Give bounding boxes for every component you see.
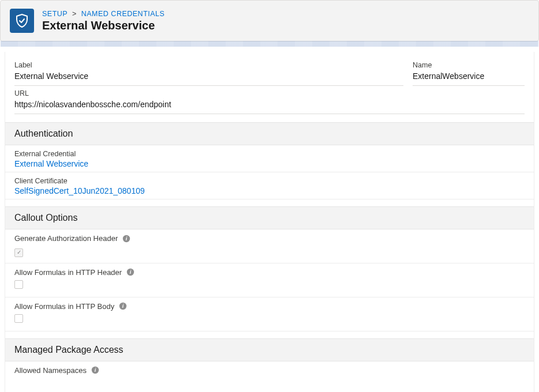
info-icon[interactable]: i [119, 302, 127, 310]
allow-formulas-body-label: Allow Formulas in HTTP Body [14, 302, 114, 311]
client-certificate-caption: Client Certificate [14, 177, 525, 185]
client-certificate-link[interactable]: SelfSignedCert_10Jun2021_080109 [14, 186, 525, 195]
allow-formulas-header-label: Allow Formulas in HTTP Header [14, 268, 122, 277]
breadcrumb-setup[interactable]: SETUP [42, 10, 68, 18]
option-allow-formulas-body: Allow Formulas in HTTP Body i [5, 297, 534, 331]
url-caption: URL [14, 89, 525, 97]
section-callout-options: Callout Options [5, 206, 534, 229]
shield-icon [10, 9, 34, 33]
section-authentication: Authentication [5, 122, 534, 145]
allow-formulas-header-checkbox[interactable] [14, 280, 23, 289]
external-credential-caption: External Credential [14, 150, 525, 158]
option-allow-formulas-header: Allow Formulas in HTTP Header i [5, 263, 534, 297]
field-external-credential: External Credential External Webservice [5, 145, 534, 172]
info-icon[interactable]: i [126, 268, 134, 276]
url-value: https://nicolasvandenbossche.com/endpoin… [14, 100, 525, 109]
page-header: SETUP > NAMED CREDENTIALS External Webse… [0, 0, 539, 42]
gen-auth-header-checkbox: ✓ [14, 248, 23, 257]
info-icon[interactable]: i [91, 366, 99, 374]
external-credential-link[interactable]: External Webservice [14, 159, 525, 168]
breadcrumb-named-credentials[interactable]: NAMED CREDENTIALS [81, 10, 165, 18]
breadcrumb-separator: > [72, 10, 77, 18]
field-label: Label External Webservice [14, 61, 403, 86]
section-managed-package-access: Managed Package Access [5, 338, 534, 361]
page-title: External Webservice [42, 19, 164, 32]
allowed-namespaces-label: Allowed Namespaces [14, 366, 87, 375]
gen-auth-header-label: Generate Authorization Header [14, 234, 118, 243]
breadcrumb: SETUP > NAMED CREDENTIALS [42, 10, 164, 18]
name-caption: Name [413, 61, 525, 69]
name-value: ExternalWebservice [413, 71, 525, 81]
info-icon[interactable]: i [122, 235, 130, 243]
content: Label External Webservice Name ExternalW… [5, 52, 534, 392]
field-url: URL https://nicolasvandenbossche.com/end… [14, 89, 525, 114]
allow-formulas-body-checkbox[interactable] [14, 314, 23, 323]
option-generate-auth-header: Generate Authorization Header i ✓ [5, 229, 534, 263]
label-value: External Webservice [14, 71, 403, 81]
option-allowed-namespaces: Allowed Namespaces i [5, 361, 534, 392]
field-name: Name ExternalWebservice [413, 61, 525, 86]
field-client-certificate: Client Certificate SelfSignedCert_10Jun2… [5, 172, 534, 199]
label-caption: Label [14, 61, 403, 69]
